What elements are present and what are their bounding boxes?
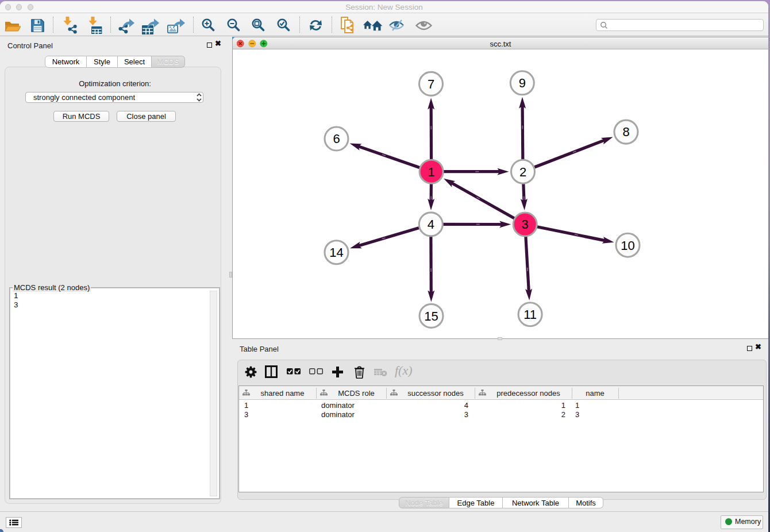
svg-text:14: 14 (329, 245, 343, 260)
svg-text:10: 10 (621, 238, 634, 253)
svg-text:4: 4 (428, 217, 434, 232)
svg-text:11: 11 (523, 307, 537, 322)
svg-text:7: 7 (428, 77, 434, 91)
svg-text:3: 3 (522, 217, 529, 232)
svg-text:15: 15 (424, 309, 438, 323)
svg-text:1: 1 (428, 165, 434, 179)
svg-text:6: 6 (333, 132, 340, 146)
svg-text:8: 8 (622, 125, 629, 139)
svg-text:9: 9 (519, 76, 526, 90)
svg-text:2: 2 (519, 165, 526, 179)
